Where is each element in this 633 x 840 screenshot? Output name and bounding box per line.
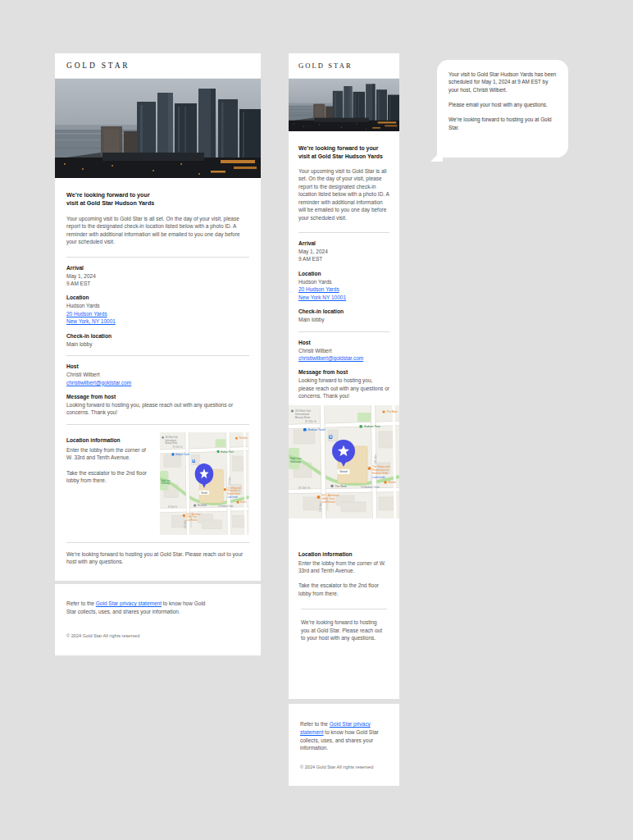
host-name: Christi Wilbert xyxy=(66,371,249,378)
copyright-text: © 2024 Gold Star All rights reserved xyxy=(300,765,388,769)
arrival-field: Arrival May 1, 2024 9 AM EST xyxy=(298,240,389,263)
copyright-text: © 2024 Gold Star All rights reserved xyxy=(66,633,249,638)
address-line2-link[interactable]: New York NY 10001 xyxy=(298,294,346,301)
desktop-email-preview: GOLD STAR We’re looking forward to your … xyxy=(55,53,261,581)
host-field: Host Christi Wilbert christiwilbert@gold… xyxy=(298,340,389,363)
host-label: Host xyxy=(66,363,249,369)
email-header: GOLD STAR xyxy=(55,53,261,79)
brand-wordmark: GOLD STAR xyxy=(298,62,353,70)
checkin-field: Check-in location Main lobby xyxy=(298,308,389,323)
host-email-link[interactable]: christiwilbert@goldstar.com xyxy=(298,354,363,362)
email-header: GOLD STAR xyxy=(289,53,399,79)
divider xyxy=(298,331,389,332)
host-email-link[interactable]: christiwilbert@goldstar.com xyxy=(66,379,131,386)
divider xyxy=(66,424,249,425)
host-message-field: Message from host Looking forward to hos… xyxy=(298,369,389,399)
intro-paragraph: Your upcoming visit to Gold Star is all … xyxy=(66,215,249,246)
divider xyxy=(66,355,249,356)
sms-paragraph3: We’re looking forward to hosting you at … xyxy=(449,116,558,131)
email-heading-line1: We’re looking forward to your xyxy=(66,191,249,199)
email-body: We’re looking forward to your visit at G… xyxy=(55,178,261,566)
hero-image xyxy=(55,79,261,178)
sms-paragraph1: Your visit to Gold Star Hudson Yards has… xyxy=(449,71,558,94)
map-image xyxy=(160,432,249,535)
location-label: Location xyxy=(298,271,389,276)
location-field: Location Hudson Yards 20 Hudson Yards Ne… xyxy=(298,271,389,301)
checkin-label: Check-in location xyxy=(66,333,249,339)
checkin-value: Main lobby xyxy=(66,340,249,348)
email-heading-line2: visit at Gold Star Hudson Yards xyxy=(298,153,389,161)
location-info-para2: Take the escalator to the 2nd floor lobb… xyxy=(298,582,389,597)
sms-paragraph2: Please email your host with any question… xyxy=(449,101,558,108)
email-body: We’re looking forward to your visit at G… xyxy=(289,131,399,400)
desktop-email-footer: Refer to the Gold Star privacy statement… xyxy=(55,584,261,655)
sms-bubble-tail xyxy=(430,149,443,162)
brand-wordmark: GOLD STAR xyxy=(66,62,130,70)
arrival-label: Arrival xyxy=(66,265,249,271)
location-field: Location Hudson Yards 20 Hudson Yards Ne… xyxy=(66,294,249,325)
location-name: Hudson Yards xyxy=(298,278,389,285)
privacy-paragraph: Refer to the Gold Star privacy statement… xyxy=(300,720,388,752)
arrival-date: May 1, 2024 xyxy=(298,248,389,255)
location-info-para1: Enter the lobby from the corner of W. 33… xyxy=(298,559,389,575)
arrival-field: Arrival May 1, 2024 9 AM EST xyxy=(66,265,249,288)
address-line2-link[interactable]: New York, NY 10001 xyxy=(66,317,116,325)
email-heading-line2: visit at Gold Star Hudson Yards xyxy=(66,199,249,208)
divider xyxy=(298,232,389,233)
email-heading: We’re looking forward to your visit at G… xyxy=(298,144,389,160)
host-message-text: Looking forward to hosting you, please r… xyxy=(298,377,389,399)
privacy-statement-link[interactable]: Gold Star privacy statement xyxy=(96,600,162,606)
checkin-label: Check-in location xyxy=(298,308,389,314)
address-line1-link[interactable]: 20 Hudson Yards xyxy=(66,310,107,317)
location-info-para1: Enter the lobby from the corner of W. 33… xyxy=(66,446,150,462)
map-image xyxy=(289,405,399,518)
location-name: Hudson Yards xyxy=(66,302,249,309)
location-info-section: Location information Enter the lobby fro… xyxy=(66,432,249,535)
closing-paragraph: We’re looking forward to hosting you at … xyxy=(298,619,389,641)
divider xyxy=(301,609,387,609)
host-name: Christi Wilbert xyxy=(298,347,389,354)
divider xyxy=(66,257,249,258)
email-heading: We’re looking forward to your visit at G… xyxy=(66,191,249,208)
privacy-paragraph: Refer to the Gold Star privacy statement… xyxy=(66,600,207,616)
arrival-label: Arrival xyxy=(298,240,389,246)
divider xyxy=(66,542,249,543)
email-body-lower: Location information Enter the lobby fro… xyxy=(289,518,399,642)
privacy-prefix: Refer to the xyxy=(300,721,330,727)
mobile-email-footer: Refer to the Gold Star privacy statement… xyxy=(289,704,399,786)
intro-paragraph: Your upcoming visit to Gold Star is all … xyxy=(298,167,389,221)
hero-image xyxy=(289,79,399,131)
arrival-date: May 1, 2024 xyxy=(66,272,249,280)
location-info-label: Location information xyxy=(298,551,389,557)
host-field: Host Christi Wilbert christiwilbert@gold… xyxy=(66,363,249,386)
host-label: Host xyxy=(298,340,389,345)
arrival-time: 9 AM EST xyxy=(298,255,389,262)
checkin-value: Main lobby xyxy=(298,316,389,323)
location-label: Location xyxy=(66,294,249,300)
host-message-label: Message from host xyxy=(298,369,389,375)
location-info-para2: Take the escalator to the 2nd floor lobb… xyxy=(66,469,150,485)
sms-bubble: Your visit to Gold Star Hudson Yards has… xyxy=(437,60,568,158)
arrival-time: 9 AM EST xyxy=(66,280,249,287)
mobile-email-preview: GOLD STAR We’re looking forward to your … xyxy=(289,53,399,699)
host-message-text: Looking forward to hosting you, please r… xyxy=(66,401,249,417)
closing-paragraph: We’re looking forward to hosting you at … xyxy=(66,550,249,566)
host-message-field: Message from host Looking forward to hos… xyxy=(66,394,249,417)
location-info-label: Location information xyxy=(66,437,150,443)
host-message-label: Message from host xyxy=(66,394,249,399)
privacy-prefix: Refer to the xyxy=(66,600,96,606)
checkin-field: Check-in location Main lobby xyxy=(66,333,249,348)
design-canvas: GOLD STAR We’re looking forward to your … xyxy=(0,0,633,840)
email-heading-line1: We’re looking forward to your xyxy=(298,144,389,153)
address-line1-link[interactable]: 20 Hudson Yards xyxy=(298,285,339,293)
